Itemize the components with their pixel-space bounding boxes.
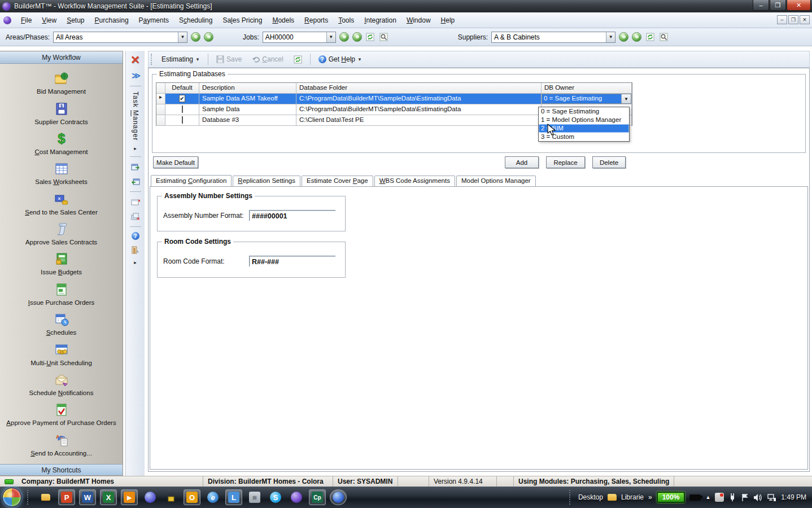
suppliers-forward-button[interactable] — [632, 32, 641, 42]
suppliers-refresh-icon[interactable] — [645, 32, 655, 42]
tab-estimating-configuration[interactable]: Estimating Configuration — [151, 175, 232, 186]
taskbar-launcher-icon[interactable]: L — [225, 489, 242, 505]
exit-icon[interactable] — [130, 245, 140, 255]
sidebar-item-approve-payment[interactable]: Approve Payment of Purchase Orders — [0, 402, 123, 426]
tray-network-icon[interactable] — [767, 493, 776, 502]
get-help-button[interactable]: ? Get Help ▼ — [315, 54, 366, 65]
menu-reports[interactable]: Reports — [299, 15, 333, 26]
my-shortcuts-bar[interactable]: My Shortcuts — [0, 464, 123, 475]
taskbar-skype-icon[interactable]: S — [267, 489, 284, 505]
tray-volume-icon[interactable] — [753, 493, 762, 502]
tab-model-options-manager[interactable]: Model Options Manager — [456, 176, 536, 187]
cancel-button[interactable]: Cancel — [248, 54, 287, 65]
taskbar-buildermt-icon[interactable] — [288, 489, 305, 505]
start-button[interactable] — [2, 488, 21, 507]
mdi-restore-button[interactable]: ❐ — [788, 15, 798, 24]
default-checkbox[interactable] — [182, 106, 183, 113]
menu-tools[interactable]: Tools — [333, 15, 359, 26]
replace-button[interactable]: Replace — [546, 156, 585, 168]
jobs-back-button[interactable] — [339, 32, 349, 42]
desktop-toolbar-label[interactable]: Desktop — [578, 493, 603, 501]
areas-back-button[interactable] — [191, 32, 200, 42]
menu-setup[interactable]: Setup — [62, 15, 89, 26]
taskbar-lock-icon[interactable] — [163, 489, 180, 505]
sidebar-item-send-to-accounting[interactable]: An Send to Accounting... — [0, 433, 123, 457]
jobs-refresh-icon[interactable] — [365, 32, 376, 42]
taskbar-gray-app-icon[interactable]: ▤ — [246, 489, 263, 505]
col-default[interactable]: Default — [165, 83, 199, 93]
strip-more-arrow-icon[interactable]: ▸ — [134, 260, 137, 265]
sidebar-item-multi-unit-scheduling[interactable]: Multi-Unit Scheduling — [0, 343, 123, 366]
taskbar-powerpoint-icon[interactable]: P — [58, 489, 75, 505]
refresh-button[interactable] — [290, 54, 306, 65]
taskbar-media-player-icon[interactable]: ▶ — [121, 489, 138, 505]
battery-indicator[interactable]: 100% — [657, 492, 686, 503]
tray-action-center-flag-icon[interactable] — [741, 493, 749, 502]
close-folder-icon[interactable]: ✕ — [130, 197, 140, 207]
menu-help[interactable]: Help — [436, 15, 460, 26]
jobs-forward-button[interactable] — [352, 32, 362, 42]
suppliers-back-button[interactable] — [619, 32, 628, 42]
save-button[interactable]: Save — [212, 54, 246, 65]
jobs-combobox[interactable]: AH00000 ▼ — [263, 32, 336, 43]
sidebar-item-schedule-notifications[interactable]: Schedule Notifications — [0, 373, 123, 396]
task-manager-label[interactable]: Task Manager — [132, 91, 139, 141]
default-checkbox[interactable]: ✔ — [179, 95, 185, 102]
sidebar-item-supplier-contracts[interactable]: $ Supplier Contracts — [0, 102, 123, 125]
libraries-label[interactable]: Librarie — [621, 493, 644, 501]
sidebar-item-issue-budgets[interactable]: Issue Budgets — [0, 252, 123, 275]
suppliers-search-icon[interactable] — [658, 32, 669, 42]
table-row[interactable]: ▸ ✔ Sample Data ASM Takeoff C:\ProgramDa… — [156, 94, 632, 104]
col-db-owner[interactable]: DB Owner — [542, 83, 632, 93]
taskbar-excel-icon[interactable]: X — [100, 489, 117, 505]
clock[interactable]: 1:49 PM — [781, 493, 806, 501]
close-panel-icon[interactable]: ✕ — [130, 54, 140, 65]
restore-button[interactable]: ❐ — [770, 0, 786, 11]
taskbar-app-orb-icon[interactable] — [142, 489, 159, 505]
taskbar-word-icon[interactable]: W — [79, 489, 96, 505]
tray-captivate-icon[interactable] — [715, 493, 724, 502]
sidebar-item-schedules[interactable]: Schedules — [0, 312, 123, 336]
task-manager-arrow-icon[interactable]: ▸ — [134, 146, 137, 151]
estimating-menu-button[interactable]: Estimating ▼ — [158, 54, 204, 65]
col-database-folder[interactable]: Database Folder — [296, 83, 542, 93]
taskbar-explorer-icon[interactable] — [37, 489, 54, 505]
show-hidden-icons-button[interactable]: ▲ — [705, 494, 710, 500]
mdi-close-button[interactable]: ✕ — [800, 15, 810, 24]
sidebar-item-issue-purchase-orders[interactable]: Issue Purchase Orders — [0, 282, 123, 306]
sidebar-item-approve-sales-contracts[interactable]: Approve Sales Contracts — [0, 222, 123, 246]
make-default-button[interactable]: Make Default — [153, 156, 198, 168]
menu-purchasing[interactable]: Purchasing — [90, 15, 134, 26]
delete-button[interactable]: Delete — [592, 156, 626, 168]
sidebar-item-send-to-sales-center[interactable]: x Send to the Sales Center — [0, 192, 123, 216]
jobs-search-icon[interactable] — [379, 32, 389, 42]
default-checkbox[interactable] — [182, 116, 183, 124]
menu-payments[interactable]: Payments — [134, 15, 174, 26]
tab-wbs-code-assignments[interactable]: WBS Code Assignments — [374, 176, 455, 187]
tab-estimate-cover-page[interactable]: Estimate Cover Page — [302, 176, 373, 187]
menu-integration[interactable]: Integration — [359, 15, 401, 26]
sidebar-item-sales-worksheets[interactable]: Sales Worksheets — [0, 161, 123, 185]
areas-forward-button[interactable] — [204, 32, 213, 42]
assembly-format-input[interactable] — [249, 210, 335, 221]
add-button[interactable]: Add — [505, 156, 539, 168]
sidebar-header[interactable]: My Workflow — [0, 51, 123, 64]
menu-sales-pricing[interactable]: Sales Pricing — [217, 15, 267, 26]
suppliers-combobox[interactable]: A & B Cabinets ▼ — [491, 32, 615, 43]
db-owner-combobox[interactable]: 0 = Sage Estimating ▼ — [542, 94, 631, 104]
dropdown-option[interactable]: 0 = Sage Estimating — [539, 107, 629, 116]
jobs-dropdown-icon[interactable]: ▼ — [326, 32, 335, 42]
menu-scheduling[interactable]: Scheduling — [174, 15, 217, 26]
areas-phases-combobox[interactable]: All Areas ▼ — [53, 32, 187, 43]
menu-window[interactable]: Window — [401, 15, 436, 26]
window-export-icon[interactable] — [130, 162, 140, 172]
dropdown-option[interactable]: 1 = Model Options Manager — [539, 116, 629, 124]
menu-view[interactable]: View — [37, 15, 62, 26]
suppliers-dropdown-icon[interactable]: ▼ — [606, 32, 615, 42]
taskbar-blue-orb-icon[interactable] — [330, 489, 347, 505]
minimize-button[interactable]: – — [753, 0, 769, 11]
menu-models[interactable]: Models — [267, 15, 299, 26]
menu-file[interactable]: File — [16, 15, 37, 26]
libraries-folder-icon[interactable] — [608, 494, 617, 501]
sidebar-item-bid-management[interactable]: Bid Management — [0, 71, 123, 95]
